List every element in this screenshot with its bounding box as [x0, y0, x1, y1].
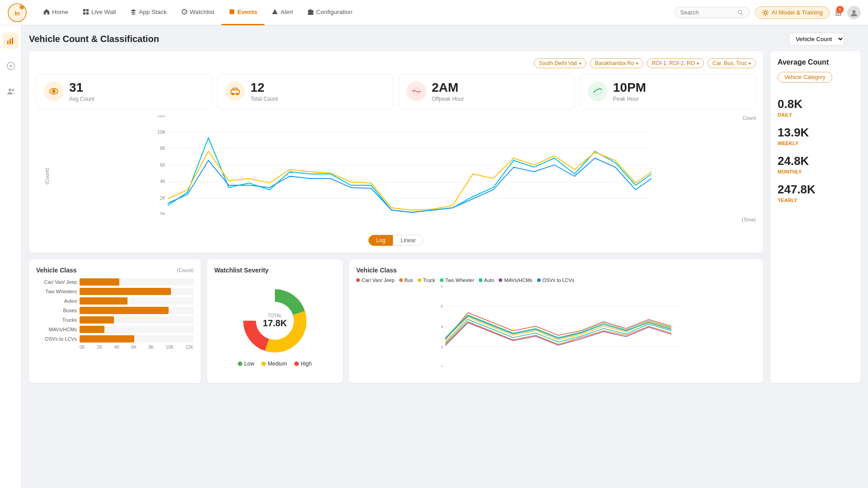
ai-model-button[interactable]: AI Model & Training	[755, 6, 830, 19]
bar-label: OSVs to LCVs	[36, 336, 77, 342]
search-input[interactable]	[680, 9, 735, 16]
avg-yearly-period: YEARLY	[778, 197, 854, 203]
nav-items: Home Live Wall App Stack Watchlist Event…	[36, 0, 675, 25]
svg-text:2K: 2K	[160, 196, 166, 201]
donut-container: TOTAL 17.8K Low Medium	[214, 277, 335, 367]
stat-value-avg: 31	[69, 80, 94, 95]
main-chart-card: South Delhi Vati Barakhamba Ro ROI-1, RO…	[29, 51, 763, 253]
svg-point-16	[12, 89, 14, 91]
ai-icon	[762, 9, 769, 16]
bar-label: Buses	[36, 308, 77, 313]
svg-point-8	[738, 10, 741, 14]
bar-row: Buses	[36, 307, 193, 314]
legend-high: High	[294, 361, 312, 367]
stat-label-offpeak: Offpeak Hour	[432, 96, 464, 102]
vehicle-class-count-label: (Count)	[177, 267, 193, 273]
nav-home[interactable]: Home	[36, 0, 75, 25]
bar-fill	[80, 326, 104, 333]
stat-label-avg: Avg Count	[69, 96, 94, 102]
svg-text:0K: 0K	[160, 212, 166, 215]
bar-fill	[80, 288, 171, 295]
chart-y-label: (Count)	[44, 168, 50, 184]
bar-track	[80, 278, 193, 286]
bar-label: MAVs/HCMs	[36, 327, 77, 332]
legend-car: Car/ Van/ Jeep	[356, 277, 395, 283]
content-layout: South Delhi Vati Barakhamba Ro ROI-1, RO…	[29, 51, 861, 383]
svg-point-21	[236, 93, 238, 95]
donut-legend: Low Medium High	[238, 361, 311, 367]
bar-row: Autos	[36, 297, 193, 305]
main-chart-wrapper: Count (Count) 12K 10K 8K	[36, 115, 756, 231]
avg-monthly-value: 24.8K	[778, 154, 854, 168]
log-toggle-btn[interactable]: Log	[368, 235, 393, 246]
bar-fill	[80, 297, 127, 305]
avg-daily: 0.8K DAILY	[778, 97, 854, 117]
search-icon	[737, 9, 744, 16]
stat-icon-wave-down	[406, 81, 426, 101]
filter-tag-2[interactable]: ROI-1, ROI-2, RO	[647, 58, 704, 68]
donut-label: TOTAL 17.8K	[263, 313, 287, 328]
nav-watchlist[interactable]: Watchlist	[174, 0, 222, 25]
stat-peak: 10PM Peak Hour	[580, 74, 756, 109]
main-line-chart-svg: 12K 10K 8K 6K 4K 2K 0K 12	[50, 115, 756, 215]
sidebar-users[interactable]	[3, 83, 19, 99]
logo[interactable]: In	[7, 3, 33, 23]
filter-tag-1[interactable]: Barakhamba Ro	[590, 58, 643, 68]
svg-text:4K: 4K	[160, 179, 166, 184]
chart-count-label: Count	[743, 115, 756, 121]
vehicle-category-button[interactable]: Vehicle Category	[778, 72, 832, 83]
bar-chart-xaxis: 0K2K4K6K8K10K12K	[36, 345, 193, 350]
right-panel: Average Count Vehicle Category 0.8K DAIL…	[770, 51, 861, 383]
bar-fill	[80, 278, 119, 286]
nav-app-stack[interactable]: App Stack	[123, 0, 174, 25]
svg-text:4: 4	[441, 324, 443, 329]
avg-daily-period: DAILY	[778, 112, 854, 117]
svg-text:6: 6	[441, 286, 443, 288]
svg-point-7	[310, 11, 311, 13]
watchlist-card: Watchlist Severity	[207, 259, 343, 383]
vc-line-chart-svg: 6 5 4 3 2	[356, 286, 756, 367]
filter-controls: Vehicle Count	[789, 33, 861, 46]
topnav: In Home Live Wall App Stack Watchlist Ev…	[0, 0, 868, 25]
sidebar-analytics[interactable]	[3, 33, 19, 49]
bar-track	[80, 288, 193, 295]
legend-osvs: OSVs to LCVs	[537, 277, 575, 283]
avg-count-title: Average Count	[778, 58, 854, 66]
svg-rect-5	[83, 12, 85, 14]
legend-low: Low	[238, 361, 254, 367]
sidebar-play[interactable]	[3, 58, 19, 74]
legend-truck: Truck	[418, 277, 435, 283]
bar-row: Car/ Van/ Jeep	[36, 278, 193, 286]
stat-label-total: Total Count	[250, 96, 278, 102]
vehicle-class-line-card: Vehicle Class Car/ Van/ Jeep Bus Truc	[349, 259, 763, 383]
stat-icon-wave-up	[588, 81, 608, 101]
nav-alert[interactable]: Alert	[264, 0, 300, 25]
bar-fill	[80, 307, 169, 314]
nav-configuration[interactable]: Configuration	[300, 0, 359, 25]
notification-badge: 5	[836, 6, 844, 13]
filter-icon[interactable]	[848, 33, 861, 46]
svg-text:In: In	[14, 10, 20, 17]
nav-events[interactable]: Events	[222, 0, 264, 25]
bar-row: OSVs to LCVs	[36, 335, 193, 343]
user-avatar[interactable]	[847, 6, 861, 19]
bottom-row: Vehicle Class (Count) Car/ Van/ Jeep Two…	[29, 259, 763, 383]
filter-tag-3[interactable]: Car, Bus, Truc	[708, 58, 756, 68]
nav-live-wall[interactable]: Live Wall	[75, 0, 123, 25]
vehicle-count-select[interactable]: Vehicle Count	[789, 33, 844, 46]
avg-weekly: 13.9K WEEKLY	[778, 126, 854, 146]
svg-point-20	[232, 93, 234, 95]
bar-track	[80, 335, 193, 343]
vehicle-class-bar-title: Vehicle Class	[36, 267, 77, 274]
nav-right: AI Model & Training ⊞ 5	[675, 6, 861, 19]
filter-tag-0[interactable]: South Delhi Vati	[534, 58, 586, 68]
bar-track	[80, 316, 193, 324]
bar-row: MAVs/HCMs	[36, 326, 193, 333]
search-box[interactable]	[675, 7, 750, 18]
grid-icon[interactable]: ⊞ 5	[835, 8, 842, 18]
linear-toggle-btn[interactable]: Linear	[393, 235, 423, 246]
bar-track	[80, 326, 193, 333]
svg-text:5: 5	[441, 304, 443, 309]
avg-monthly: 24.8K MONTHLY	[778, 154, 854, 174]
stat-icon-car	[225, 81, 245, 101]
